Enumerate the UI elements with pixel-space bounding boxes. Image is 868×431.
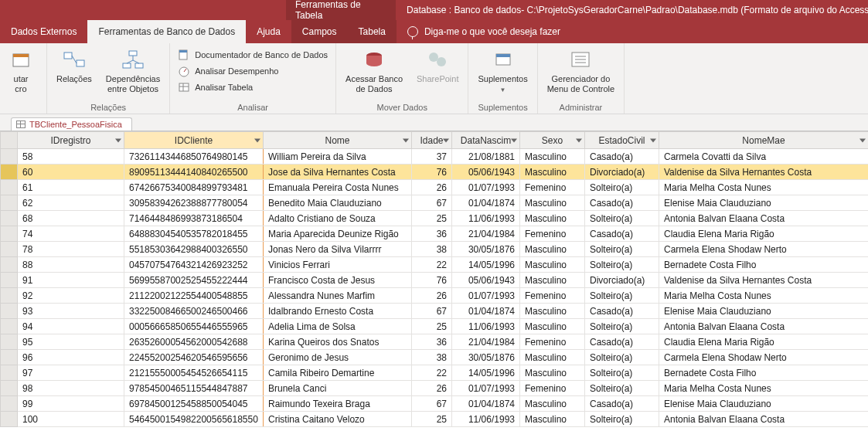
cell-idregistro[interactable]: 61 [18,180,124,195]
cell-idcliente[interactable]: 2245520025462054659565​6 [124,350,264,365]
cell-estadocivil[interactable]: Casado(a) [585,195,659,211]
cell-idcliente[interactable]: 5518530364298840032655​0 [124,242,264,257]
cell-estadocivil[interactable]: Solteiro(a) [585,288,659,304]
cell-nome[interactable]: Idalbrando Ernesto Costa [264,304,412,319]
cell-nomemae[interactable]: Carmela Elena Shodaw Nerto [659,242,869,257]
col-idcliente[interactable]: IDCliente [124,132,264,149]
cell-nome[interactable]: Jonas Nero da Silva Vilarrrr [264,242,412,257]
cell-idcliente[interactable]: 3322500846650024650046​6 [124,304,264,319]
cell-datanascim[interactable]: 01/07/1993 [452,180,520,195]
cell-nome[interactable]: Brunela Canci [264,381,412,396]
cell-nomemae[interactable]: Antonia Balvan Elaana Costa [659,412,869,427]
cell-nome[interactable]: Maria Aparecida Deunize Rigão [264,226,412,242]
col-estadocivil[interactable]: EstadoCivil [585,132,659,149]
cell-idcliente[interactable]: 9785450046511554484788​7 [124,381,264,396]
switchboard-manager-button[interactable]: Gerenciador do Menu de Controle [544,46,618,95]
object-dependencies-button[interactable]: Dependências entre Objetos [103,46,163,95]
col-sexo[interactable]: Sexo [520,132,585,149]
cell-estadocivil[interactable]: Divorciado(a) [585,273,659,288]
cell-estadocivil[interactable]: Solteiro(a) [585,242,659,257]
cell-idade[interactable]: 22 [412,257,452,273]
cell-nomemae[interactable]: Maria Melha Costa Nunes [659,288,869,304]
cell-nomemae[interactable]: Elenise Maia Clauduziano [659,396,869,412]
cell-nomemae[interactable]: Elenise Maia Clauduziano [659,304,869,319]
analyze-table-button[interactable]: Analisar Tabela [176,80,329,94]
col-datanascim[interactable]: DataNascim [452,132,520,149]
cell-sexo[interactable]: Masculino [520,242,585,257]
cell-idade[interactable]: 67 [412,304,452,319]
cell-nomemae[interactable]: Claudia Elena Maria Rigão [659,334,869,350]
cell-sexo[interactable]: Masculino [520,257,585,273]
cell-idregistro[interactable]: 74 [18,226,124,242]
row-selector[interactable] [1,319,18,334]
cell-nome[interactable]: Francisco Costa de Jesus [264,273,412,288]
cell-sexo[interactable]: Masculino [520,412,585,427]
cell-nome[interactable]: Geronimo de Jesus [264,350,412,365]
cell-idcliente[interactable]: 7146448486993873186504 [124,211,264,226]
cell-estadocivil[interactable]: Solteiro(a) [585,350,659,365]
cell-idcliente[interactable]: 3095839426238887778005​4 [124,195,264,211]
table-row[interactable]: 785518530364298840032655​0Jonas Nero da … [1,242,869,257]
cell-sexo[interactable]: Masculino [520,149,585,165]
cell-sexo[interactable]: Femenino [520,180,585,195]
cell-sexo[interactable]: Femenino [520,381,585,396]
cell-sexo[interactable]: Masculino [520,350,585,365]
cell-idcliente[interactable]: 5699558700252545522244​4 [124,273,264,288]
col-nome[interactable]: Nome [264,132,412,149]
tab-tabela[interactable]: Tabela [348,20,397,43]
cell-nome[interactable]: Adelia Lima de Solsa [264,319,412,334]
cell-idade[interactable]: 67 [412,396,452,412]
cell-nomemae[interactable]: Valdenise da Silva Hernantes Costa [659,165,869,180]
cell-idregistro[interactable]: 78 [18,242,124,257]
cell-nome[interactable]: Alessandra Nunes Marfim [264,288,412,304]
cell-datanascim[interactable]: 11/06/1993 [452,319,520,334]
table-row[interactable]: 996978450012545885005404​5Raimundo Texei… [1,396,869,412]
row-selector[interactable] [1,350,18,365]
cell-datanascim[interactable]: 05/06/1943 [452,273,520,288]
row-selector[interactable] [1,257,18,273]
table-row[interactable]: 933322500846650024650046​6Idalbrando Ern… [1,304,869,319]
cell-nome[interactable]: Jose da Silva Hernantes Costa [264,165,412,180]
cell-estadocivil[interactable]: Casado(a) [585,226,659,242]
cell-idregistro[interactable]: 88 [18,257,124,273]
cell-datanascim[interactable]: 01/04/1874 [452,195,520,211]
cell-sexo[interactable]: Masculino [520,165,585,180]
table-row[interactable]: 922112200212255440054885​5Alessandra Nun… [1,288,869,304]
row-selector[interactable] [1,195,18,211]
cell-datanascim[interactable]: 30/05/1876 [452,242,520,257]
cell-idregistro[interactable]: 97 [18,365,124,381]
row-selector[interactable] [1,273,18,288]
cell-idade[interactable]: 25 [412,211,452,226]
cell-idade[interactable]: 76 [412,165,452,180]
cell-idcliente[interactable]: 6742667534008489979348​1 [124,180,264,195]
dropdown-icon[interactable] [403,138,409,142]
col-idregistro[interactable]: IDregistro [18,132,124,149]
cell-idregistro[interactable]: 95 [18,334,124,350]
cell-idade[interactable]: 26 [412,180,452,195]
cell-nomemae[interactable]: Maria Melha Costa Nunes [659,381,869,396]
cell-nomemae[interactable]: Antonia Balvan Elaana Costa [659,319,869,334]
cell-sexo[interactable]: Femenino [520,334,585,350]
cell-sexo[interactable]: Femenino [520,226,585,242]
cell-nomemae[interactable]: Bernadete Costa Filho [659,365,869,381]
cell-sexo[interactable]: Masculino [520,365,585,381]
cell-idade[interactable]: 26 [412,381,452,396]
table-row[interactable]: 1005464500154982200565618​550Cristina Ca… [1,412,869,427]
cell-datanascim[interactable]: 30/05/1876 [452,350,520,365]
cell-nome[interactable]: Cristina Caitano Velozo [264,412,412,427]
dropdown-icon[interactable] [115,138,121,142]
cell-estadocivil[interactable]: Casado(a) [585,304,659,319]
cell-idregistro[interactable]: 91 [18,273,124,288]
cell-idade[interactable]: 38 [412,242,452,257]
cell-idade[interactable]: 38 [412,350,452,365]
dropdown-icon[interactable] [650,138,656,142]
dropdown-icon[interactable] [443,138,449,142]
col-idade[interactable]: Idade [412,132,452,149]
tell-me-search[interactable]: Diga-me o que você deseja fazer [397,20,571,43]
table-row[interactable]: 623095839426238887778005​4Benedito Maia … [1,195,869,211]
row-selector[interactable] [1,412,18,427]
cell-datanascim[interactable]: 11/06/1993 [452,211,520,226]
cell-idcliente[interactable]: 6978450012545885005404​5 [124,396,264,412]
table-row[interactable]: 962245520025462054659565​6Geronimo de Je… [1,350,869,365]
cell-estadocivil[interactable]: Solteiro(a) [585,180,659,195]
